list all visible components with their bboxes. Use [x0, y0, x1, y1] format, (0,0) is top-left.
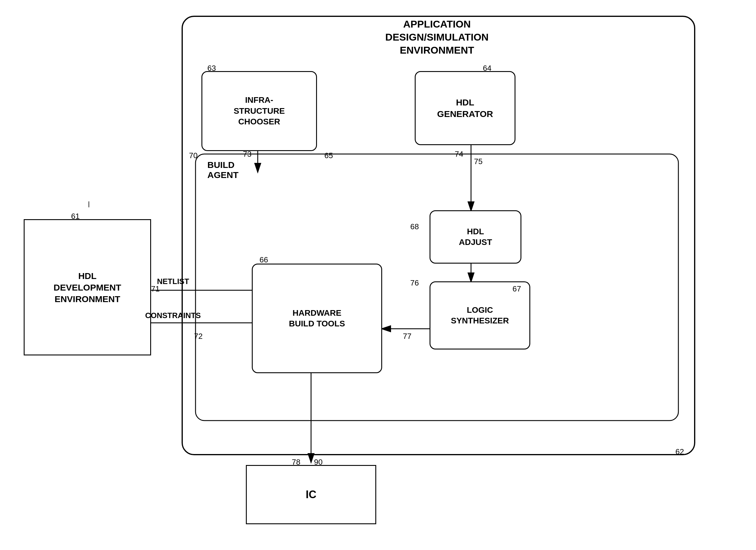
label-73: 73 — [243, 150, 252, 159]
hdl-dev-box: HDL DEVELOPMENT ENVIRONMENT — [24, 219, 151, 355]
app-env-title: APPLICATION DESIGN/SIMULATION ENVIRONMEN… — [207, 18, 667, 56]
label-68: 68 — [410, 222, 419, 231]
hdl-generator-box: HDL GENERATOR — [415, 71, 515, 145]
label-90: 90 — [314, 458, 323, 467]
label-71: 71 — [151, 284, 160, 294]
diagram: APPLICATION DESIGN/SIMULATION ENVIRONMEN… — [0, 0, 756, 550]
label-72: 72 — [194, 332, 203, 341]
label-66: 66 — [260, 255, 268, 264]
label-62: 62 — [675, 447, 684, 456]
label-63: 63 — [207, 64, 216, 73]
constraints-label: CONSTRAINTS — [145, 311, 201, 320]
hardware-build-box: HARDWARE BUILD TOOLS — [252, 264, 382, 373]
netlist-label: NETLIST — [157, 277, 189, 286]
label-70: 70 — [189, 151, 198, 160]
label-61: 61 — [71, 212, 80, 221]
label-76: 76 — [410, 278, 419, 288]
ic-box: IC — [246, 465, 376, 524]
label-77: 77 — [403, 332, 411, 341]
build-agent-label: BUILD AGENT — [207, 160, 238, 180]
label-74: 74 — [455, 150, 463, 159]
label-78: 78 — [292, 458, 300, 467]
label-75: 75 — [474, 157, 483, 166]
label-67: 67 — [512, 284, 521, 294]
hdl-adjust-box: HDL ADJUST — [430, 210, 521, 264]
label-64: 64 — [483, 64, 491, 73]
infra-chooser-box: INFRA- STRUCTURE CHOOSER — [201, 71, 317, 151]
label-65: 65 — [324, 151, 333, 160]
